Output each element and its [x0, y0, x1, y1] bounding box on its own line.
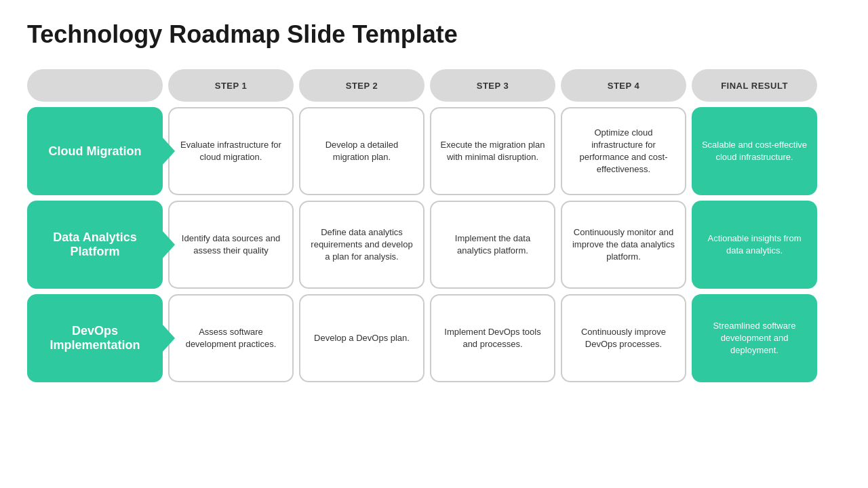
cloud-final: Scalable and cost-effective cloud infras…	[692, 107, 817, 195]
cloud-step1: Evaluate infrastructure for cloud migrat…	[168, 107, 294, 195]
analytics-step3: Implement the data analytics platform.	[430, 201, 555, 289]
cloud-step2: Develop a detailed migration plan.	[299, 107, 425, 195]
devops-step1: Assess software development practices.	[168, 294, 294, 382]
row-label-devops: DevOps Implementation	[27, 294, 163, 382]
header-final: FINAL RESULT	[692, 69, 817, 102]
page-title: Technology Roadmap Slide Template	[27, 20, 841, 49]
cloud-step4: Optimize cloud infrastructure for perfor…	[561, 107, 686, 195]
cloud-step3: Execute the migration plan with minimal …	[430, 107, 555, 195]
header-step1: STEP 1	[168, 69, 294, 102]
header-step3: STEP 3	[430, 69, 555, 102]
analytics-step2: Define data analytics requirements and d…	[299, 201, 425, 289]
analytics-step1: Identify data sources and assess their q…	[168, 201, 294, 289]
analytics-step4: Continuously monitor and improve the dat…	[561, 201, 686, 289]
roadmap-grid: STEP 1 STEP 2 STEP 3 STEP 4 FINAL RESULT…	[27, 69, 841, 382]
row-label-cloud: Cloud Migration	[27, 107, 163, 195]
devops-step2: Develop a DevOps plan.	[299, 294, 425, 382]
analytics-final: Actionable insights from data analytics.	[692, 201, 817, 289]
header-step4: STEP 4	[561, 69, 686, 102]
row-label-analytics: Data Analytics Platform	[27, 201, 163, 289]
header-empty	[27, 69, 163, 102]
header-step2: STEP 2	[299, 69, 425, 102]
devops-final: Streamlined software development and dep…	[692, 294, 817, 382]
devops-step4: Continuously improve DevOps processes.	[561, 294, 686, 382]
devops-step3: Implement DevOps tools and processes.	[430, 294, 555, 382]
